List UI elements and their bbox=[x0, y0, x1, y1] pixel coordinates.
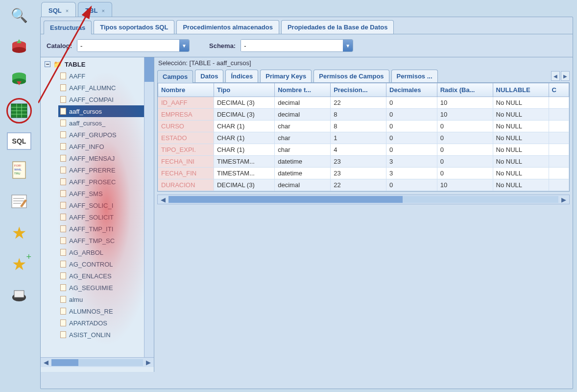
minus-icon[interactable]: − bbox=[45, 61, 50, 67]
column-header[interactable]: Decimales bbox=[386, 83, 437, 97]
tree-item[interactable]: AAFF_TMP_ITI bbox=[58, 223, 154, 235]
tree-item[interactable]: AAFF_COMPAI bbox=[58, 94, 154, 105]
fields-grid: NombreTipoNombre t...Precision...Decimal… bbox=[157, 82, 570, 192]
tree-item-label: AAFF_PRERRE bbox=[69, 167, 116, 174]
table-row[interactable]: EMPRESADECIMAL (3)decimal8010No NULL bbox=[158, 109, 569, 121]
table-row[interactable]: ID_AAFFDECIMAL (3)decimal22010No NULL bbox=[158, 97, 569, 109]
table-icon bbox=[60, 249, 66, 256]
tree-item[interactable]: AAFF_GRUPOS bbox=[58, 129, 154, 141]
tree-item[interactable]: AG_SEGUIMIE bbox=[58, 282, 154, 294]
db-export-icon[interactable] bbox=[8, 67, 30, 89]
tree-item-label: AAFF_SOLICIT bbox=[69, 214, 114, 221]
table-row[interactable]: FECHA_INITIMESTAM...datetime2330No NULL bbox=[158, 156, 569, 168]
tree-item-label: AG_SEGUIMIE bbox=[69, 284, 113, 292]
tree-item[interactable]: aaff_cursos_ bbox=[58, 117, 154, 129]
close-icon[interactable]: × bbox=[66, 8, 69, 14]
script-editor-icon[interactable]: FOR!WHILTRU bbox=[8, 159, 30, 181]
catalog-combo[interactable]: ▼ bbox=[77, 39, 190, 52]
tree-item[interactable]: AG_ENLACES bbox=[58, 270, 154, 282]
cell: 0 bbox=[386, 179, 437, 191]
tree-item[interactable]: ASIST_ONLIN bbox=[58, 329, 154, 341]
tree-item[interactable]: AAFF bbox=[58, 70, 154, 82]
close-icon[interactable]: × bbox=[101, 8, 104, 14]
tool-iconbar: 🔍 SQL FOR!WHILTRU ★ ★+ bbox=[0, 0, 38, 392]
cell: TIMESTAM... bbox=[214, 156, 274, 168]
tab-scroll-right-icon[interactable]: ▶ bbox=[561, 71, 570, 81]
tree-item-label: AAFF bbox=[69, 73, 85, 80]
cell: No NULL bbox=[493, 97, 549, 109]
cell: 0 bbox=[437, 168, 493, 179]
subtab-datos[interactable]: Datos bbox=[195, 70, 223, 82]
schema-input[interactable] bbox=[241, 40, 343, 51]
file-tab-label: SQL bbox=[48, 7, 62, 14]
column-header[interactable]: Radix (Ba... bbox=[437, 83, 493, 97]
subtab-permisos-[interactable]: Permisos ... bbox=[391, 70, 438, 82]
column-header[interactable]: C bbox=[549, 83, 569, 97]
column-header[interactable]: Nombre bbox=[158, 83, 214, 97]
subtab--ndices[interactable]: Índices bbox=[225, 70, 258, 82]
tree-vertical-scrollbar[interactable] bbox=[144, 57, 154, 357]
scroll-left-icon[interactable]: ◀ bbox=[41, 359, 51, 366]
column-header[interactable]: Precision... bbox=[331, 83, 386, 97]
column-header[interactable]: Nombre t... bbox=[275, 83, 331, 97]
detail-horizontal-scrollbar[interactable]: ◀ ▶ bbox=[157, 195, 570, 204]
scroll-right-icon[interactable]: ▶ bbox=[558, 196, 569, 203]
tree-item[interactable]: AAFF_TMP_SC bbox=[58, 235, 154, 246]
tree-item[interactable]: aaff_cursos bbox=[58, 105, 154, 117]
cell: CHAR (1) bbox=[214, 144, 274, 156]
tree-item[interactable]: AAFF_SOLIC_I bbox=[58, 199, 154, 211]
table-editor-icon[interactable] bbox=[10, 101, 28, 120]
catalog-input[interactable] bbox=[77, 40, 179, 51]
tree-item[interactable]: APARTADOS bbox=[58, 317, 154, 329]
tree-item[interactable]: AAFF_SMS bbox=[58, 188, 154, 199]
tree-item-label: ASIST_ONLIN bbox=[69, 331, 111, 339]
chevron-down-icon[interactable]: ▼ bbox=[343, 40, 353, 51]
subtab-campos[interactable]: Campos bbox=[157, 70, 193, 83]
file-tab-sql[interactable]: SQL× bbox=[41, 2, 76, 17]
tree-item[interactable]: almu bbox=[58, 294, 154, 305]
tree-item[interactable]: ALUMNOS_RE bbox=[58, 305, 154, 317]
tree-item[interactable]: AG_ARBOL bbox=[58, 246, 154, 258]
table-row[interactable]: DURACIONDECIMAL (3)decimal22010No NULL bbox=[158, 179, 569, 191]
chevron-down-icon[interactable]: ▼ bbox=[179, 40, 189, 51]
scroll-right-icon[interactable]: ▶ bbox=[143, 359, 154, 366]
tree-horizontal-scrollbar[interactable]: ◀ ▶ bbox=[41, 357, 154, 367]
tab-propiedades-de-la-base-de-datos[interactable]: Propiedades de la Base de Datos bbox=[281, 20, 394, 34]
tree-item[interactable]: AAFF_PROSEC bbox=[58, 176, 154, 188]
tree-item[interactable]: AAFF_ALUMNC bbox=[58, 82, 154, 94]
tree-item[interactable]: AAFF_PRERRE bbox=[58, 164, 154, 176]
scroll-left-icon[interactable]: ◀ bbox=[158, 196, 168, 203]
table-icon bbox=[60, 96, 66, 103]
add-favorite-icon[interactable]: ★+ bbox=[8, 253, 30, 275]
sql-editor-icon[interactable]: SQL bbox=[7, 132, 31, 150]
table-row[interactable]: CURSOCHAR (1)char800No NULL bbox=[158, 121, 569, 132]
table-row[interactable]: ESTADOCHAR (1)char100No NULL bbox=[158, 132, 569, 144]
table-row[interactable]: FECHA_FINTIMESTAM...datetime2330No NULL bbox=[158, 168, 569, 179]
tree-item[interactable]: AAFF_MENSAJ bbox=[58, 152, 154, 164]
tree-root-node[interactable]: − 📁 TABLE bbox=[45, 60, 154, 68]
subtab-primary-keys[interactable]: Primary Keys bbox=[260, 70, 312, 82]
schema-combo[interactable]: ▼ bbox=[240, 39, 353, 52]
table-row[interactable]: TIPO_EXPI.CHAR (1)char400No NULL bbox=[158, 144, 569, 156]
table-icon bbox=[60, 120, 66, 126]
search-icon[interactable]: 🔍 bbox=[8, 4, 30, 26]
subtab-permisos-de-campos[interactable]: Permisos de Campos bbox=[313, 70, 389, 82]
tree-item[interactable]: AAFF_SOLICIT bbox=[58, 211, 154, 223]
notes-icon[interactable] bbox=[8, 190, 30, 213]
tab-tipos-soportados-sql[interactable]: Tipos soportados SQL bbox=[94, 20, 174, 34]
cell: CHAR (1) bbox=[214, 121, 274, 132]
cell bbox=[549, 144, 569, 156]
tree-item[interactable]: AG_CONTROL bbox=[58, 258, 154, 270]
file-tab-tbl[interactable]: TBL× bbox=[78, 2, 112, 17]
column-header[interactable]: NULLABLE bbox=[493, 83, 549, 97]
print-icon[interactable] bbox=[8, 284, 30, 307]
column-header[interactable]: Tipo bbox=[214, 83, 274, 97]
favorites-icon[interactable]: ★ bbox=[8, 221, 30, 244]
cell: datetime bbox=[275, 156, 331, 168]
tree-item[interactable]: AAFF_INFO bbox=[58, 141, 154, 152]
tab-scroll-left-icon[interactable]: ◀ bbox=[551, 71, 560, 81]
tab-estructuras[interactable]: Estructuras bbox=[44, 21, 92, 34]
db-import-icon[interactable] bbox=[8, 35, 30, 58]
cell: 3 bbox=[386, 168, 437, 179]
tab-procedimientos-almacenados[interactable]: Procedimientos almacenados bbox=[176, 20, 279, 34]
